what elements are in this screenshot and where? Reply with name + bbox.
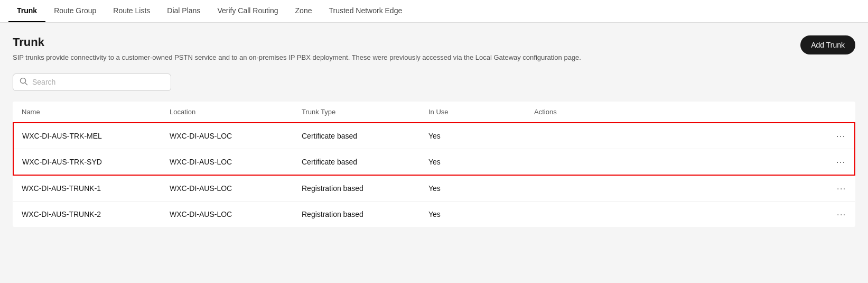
col-header-actions: Actions	[526, 102, 855, 123]
cell-actions[interactable]: ···	[526, 123, 855, 149]
search-icon	[20, 77, 28, 87]
tab-route-group[interactable]: Route Group	[45, 0, 105, 22]
search-container	[13, 74, 855, 91]
cell-actions[interactable]: ···	[526, 149, 855, 175]
cell-in-use: Yes	[420, 201, 526, 227]
tab-trusted-network-edge[interactable]: Trusted Network Edge	[320, 0, 410, 22]
search-box	[13, 74, 171, 91]
page-description: SIP trunks provide connectivity to a cus…	[13, 52, 581, 63]
navigation-tabs: Trunk Route Group Route Lists Dial Plans…	[0, 0, 868, 23]
tab-trunk[interactable]: Trunk	[8, 0, 45, 22]
cell-in-use: Yes	[420, 175, 526, 202]
tab-verify-call-routing[interactable]: Verify Call Routing	[209, 0, 286, 22]
table-header-row: Name Location Trunk Type In Use Actions	[13, 102, 855, 123]
col-header-name: Name	[13, 102, 161, 123]
cell-location: WXC-DI-AUS-LOC	[161, 123, 293, 149]
cell-location: WXC-DI-AUS-LOC	[161, 149, 293, 175]
tab-route-lists[interactable]: Route Lists	[105, 0, 158, 22]
page-title-section: Trunk SIP trunks provide connectivity to…	[13, 35, 581, 63]
col-header-location: Location	[161, 102, 293, 123]
cell-trunk-type: Registration based	[293, 201, 420, 227]
main-content: Trunk SIP trunks provide connectivity to…	[0, 23, 868, 282]
cell-in-use: Yes	[420, 149, 526, 175]
table-row: WXC-DI-AUS-TRK-SYD WXC-DI-AUS-LOC Certif…	[13, 149, 855, 175]
cell-trunk-type: Certificate based	[293, 149, 420, 175]
search-input[interactable]	[32, 78, 164, 86]
cell-in-use: Yes	[420, 123, 526, 149]
col-header-trunk-type: Trunk Type	[293, 102, 420, 123]
cell-name: WXC-DI-AUS-TRK-MEL	[13, 123, 161, 149]
svg-line-1	[25, 83, 27, 85]
table-row: WXC-DI-AUS-TRUNK-1 WXC-DI-AUS-LOC Regist…	[13, 175, 855, 202]
cell-trunk-type: Certificate based	[293, 123, 420, 149]
table-body: WXC-DI-AUS-TRK-MEL WXC-DI-AUS-LOC Certif…	[13, 123, 855, 227]
page-title: Trunk	[13, 35, 581, 49]
cell-actions[interactable]: ···	[526, 175, 855, 202]
tab-zone[interactable]: Zone	[287, 0, 321, 22]
table-row: WXC-DI-AUS-TRK-MEL WXC-DI-AUS-LOC Certif…	[13, 123, 855, 149]
cell-name: WXC-DI-AUS-TRUNK-2	[13, 201, 161, 227]
table-row: WXC-DI-AUS-TRUNK-2 WXC-DI-AUS-LOC Regist…	[13, 201, 855, 227]
cell-actions[interactable]: ···	[526, 201, 855, 227]
col-header-in-use: In Use	[420, 102, 526, 123]
cell-location: WXC-DI-AUS-LOC	[161, 201, 293, 227]
cell-trunk-type: Registration based	[293, 175, 420, 202]
cell-location: WXC-DI-AUS-LOC	[161, 175, 293, 202]
cell-name: WXC-DI-AUS-TRUNK-1	[13, 175, 161, 202]
cell-name: WXC-DI-AUS-TRK-SYD	[13, 149, 161, 175]
data-table: Name Location Trunk Type In Use Actions …	[13, 102, 855, 227]
table-header: Name Location Trunk Type In Use Actions	[13, 102, 855, 123]
tab-dial-plans[interactable]: Dial Plans	[158, 0, 209, 22]
page-header: Trunk SIP trunks provide connectivity to…	[13, 35, 855, 63]
table-wrapper: Name Location Trunk Type In Use Actions …	[13, 102, 855, 227]
add-trunk-button[interactable]: Add Trunk	[800, 35, 855, 54]
